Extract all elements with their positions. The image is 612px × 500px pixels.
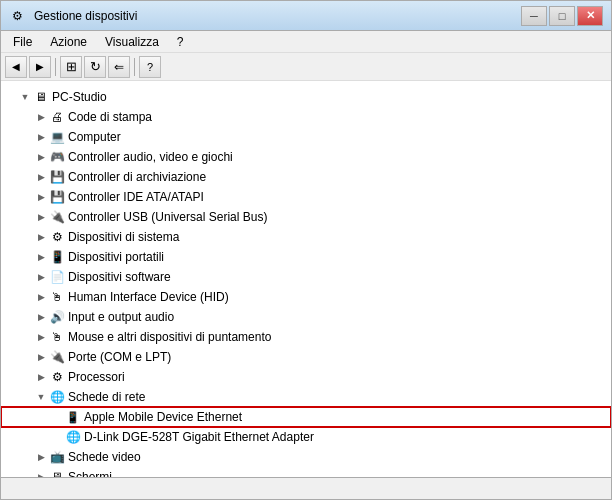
mouse-icon: 🖱 [49,329,65,345]
help-button[interactable]: ? [139,56,161,78]
tree-label-schede-rete: Schede di rete [68,390,145,404]
expand-btn[interactable]: ▶ [33,129,49,145]
list-item[interactable]: ▶ 💾 Controller IDE ATA/ATAPI [1,187,611,207]
maximize-button[interactable]: □ [549,6,575,26]
computer-icon: 💻 [49,129,65,145]
toolbar-separator-1 [55,58,56,76]
tree-label-root: PC-Studio [52,90,107,104]
ide-icon: 💾 [49,189,65,205]
list-item-dlink[interactable]: ▶ 🌐 D-Link DGE-528T Gigabit Ethernet Ada… [1,427,611,447]
tree-label: Dispositivi di sistema [68,230,179,244]
menu-visualizza[interactable]: Visualizza [97,33,167,51]
monitor-icon: 🖥 [49,469,65,477]
tree-label: Porte (COM e LPT) [68,350,171,364]
list-item[interactable]: ▶ 📺 Schede video [1,447,611,467]
window-title: Gestione dispositivi [34,9,137,23]
list-item[interactable]: ▶ 🖱 Human Interface Device (HID) [1,287,611,307]
list-item[interactable]: ▶ 📱 Dispositivi portatili [1,247,611,267]
list-item[interactable]: ▶ 💻 Computer [1,127,611,147]
rollback-button[interactable]: ⇐ [108,56,130,78]
computer-icon: 🖥 [33,89,49,105]
system-icon: ⚙ [49,229,65,245]
list-item[interactable]: ▶ 🎮 Controller audio, video e giochi [1,147,611,167]
tree-label: Dispositivi software [68,270,171,284]
print-icon: 🖨 [49,109,65,125]
expand-btn[interactable]: ▶ [33,109,49,125]
tree-label: Controller audio, video e giochi [68,150,233,164]
list-item[interactable]: ▶ 🖱 Mouse e altri dispositivi di puntame… [1,327,611,347]
tree-label: Processori [68,370,125,384]
tree-label: Controller IDE ATA/ATAPI [68,190,204,204]
expand-root[interactable]: ▼ [17,89,33,105]
expand-btn[interactable]: ▶ [33,249,49,265]
expand-btn[interactable]: ▶ [33,469,49,477]
apple-device-icon: 📱 [65,409,81,425]
tree-item-apple-ethernet[interactable]: ▶ 📱 Apple Mobile Device Ethernet [1,407,611,427]
tree-label: Code di stampa [68,110,152,124]
audio-io-icon: 🔊 [49,309,65,325]
tree-label: Dispositivi portatili [68,250,164,264]
title-bar-left: ⚙ Gestione dispositivi [9,8,137,24]
tree-label: Schede video [68,450,141,464]
list-item-schede-rete[interactable]: ▼ 🌐 Schede di rete [1,387,611,407]
minimize-button[interactable]: ─ [521,6,547,26]
expand-btn[interactable]: ▶ [33,289,49,305]
close-button[interactable]: ✕ [577,6,603,26]
expand-btn[interactable]: ▶ [33,269,49,285]
menu-help[interactable]: ? [169,33,192,51]
expand-btn[interactable]: ▶ [33,349,49,365]
expand-btn[interactable]: ▶ [33,149,49,165]
tree-label: Computer [68,130,121,144]
list-item[interactable]: ▶ 💾 Controller di archiviazione [1,167,611,187]
list-item[interactable]: ▶ ⚙ Processori [1,367,611,387]
title-bar-controls: ─ □ ✕ [521,6,603,26]
expand-btn[interactable]: ▶ [33,229,49,245]
properties-button[interactable]: ⊞ [60,56,82,78]
main-content: ▼ 🖥 PC-Studio ▶ 🖨 Code di stampa ▶ 💻 Com… [1,81,611,477]
expand-btn[interactable]: ▶ [33,329,49,345]
expand-btn[interactable]: ▶ [33,309,49,325]
expand-btn[interactable]: ▶ [33,189,49,205]
tree-label: Mouse e altri dispositivi di puntamento [68,330,271,344]
software-icon: 📄 [49,269,65,285]
list-item[interactable]: ▶ 🖨 Code di stampa [1,107,611,127]
storage-icon: 💾 [49,169,65,185]
expand-btn[interactable]: ▶ [33,209,49,225]
main-window: ⚙ Gestione dispositivi ─ □ ✕ File Azione… [0,0,612,500]
dlink-icon: 🌐 [65,429,81,445]
list-item[interactable]: ▶ 🔊 Input e output audio [1,307,611,327]
menu-file[interactable]: File [5,33,40,51]
forward-button[interactable]: ▶ [29,56,51,78]
expand-btn[interactable]: ▶ [33,449,49,465]
menu-azione[interactable]: Azione [42,33,95,51]
usb-icon: 🔌 [49,209,65,225]
window-icon: ⚙ [9,8,25,24]
tree-label: Human Interface Device (HID) [68,290,229,304]
tree-label: Schermi [68,470,112,477]
list-item[interactable]: ▶ 🔌 Controller USB (Universal Serial Bus… [1,207,611,227]
status-bar [1,477,611,499]
menu-bar: File Azione Visualizza ? [1,31,611,53]
update-button[interactable]: ↻ [84,56,106,78]
back-button[interactable]: ◀ [5,56,27,78]
list-item[interactable]: ▶ 📄 Dispositivi software [1,267,611,287]
tree-label: Controller di archiviazione [68,170,206,184]
tree-item-root[interactable]: ▼ 🖥 PC-Studio [1,87,611,107]
tree-label-apple-ethernet: Apple Mobile Device Ethernet [84,410,242,424]
toolbar-separator-2 [134,58,135,76]
audio-icon: 🎮 [49,149,65,165]
list-item[interactable]: ▶ 🔌 Porte (COM e LPT) [1,347,611,367]
tree-label-dlink: D-Link DGE-528T Gigabit Ethernet Adapter [84,430,314,444]
video-icon: 📺 [49,449,65,465]
list-item[interactable]: ▶ ⚙ Dispositivi di sistema [1,227,611,247]
expand-btn[interactable]: ▶ [33,169,49,185]
title-bar: ⚙ Gestione dispositivi ─ □ ✕ [1,1,611,31]
cpu-icon: ⚙ [49,369,65,385]
expand-btn[interactable]: ▶ [33,369,49,385]
tree-label: Controller USB (Universal Serial Bus) [68,210,267,224]
tree-label: Input e output audio [68,310,174,324]
list-item[interactable]: ▶ 🖥 Schermi [1,467,611,477]
port-icon: 🔌 [49,349,65,365]
hid-icon: 🖱 [49,289,65,305]
expand-schede-rete[interactable]: ▼ [33,389,49,405]
